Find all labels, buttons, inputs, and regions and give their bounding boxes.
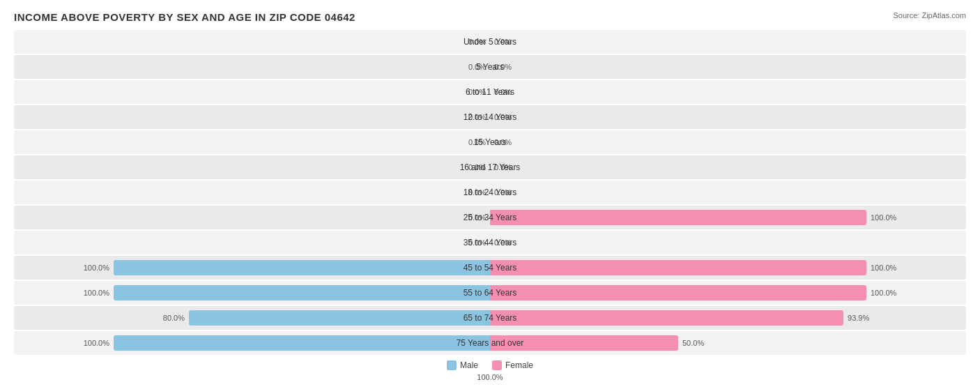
row-label: 35 to 44 Years bbox=[464, 238, 517, 247]
male-bar bbox=[189, 310, 490, 326]
row-label: Under 5 Years bbox=[464, 37, 516, 47]
male-value-label: 100.0% bbox=[84, 339, 111, 347]
male-half: 0.0% bbox=[114, 155, 490, 179]
female-half: 93.9% bbox=[490, 306, 866, 330]
female-bar bbox=[490, 310, 843, 326]
legend-female-box bbox=[492, 360, 502, 370]
chart-row: 100.0%75 Years and over50.0% bbox=[14, 331, 966, 355]
chart-row: 0.0%18 to 24 Years0.0% bbox=[14, 181, 966, 204]
legend-female: Female bbox=[492, 360, 533, 370]
female-half: 0.0% bbox=[490, 155, 866, 179]
male-bar bbox=[114, 335, 490, 351]
chart-row: 100.0%55 to 64 Years100.0% bbox=[14, 281, 966, 305]
female-half: 0.0% bbox=[490, 55, 866, 79]
female-half: 100.0% bbox=[490, 281, 866, 305]
row-label: 45 to 54 Years bbox=[464, 263, 517, 273]
chart-row: 80.0%65 to 74 Years93.9% bbox=[14, 306, 966, 330]
male-half: 0.0% bbox=[114, 55, 490, 79]
chart-title: INCOME ABOVE POVERTY BY SEX AND AGE IN Z… bbox=[14, 11, 355, 23]
male-value-label: 100.0% bbox=[84, 289, 111, 297]
chart-row: 0.0%5 Years0.0% bbox=[14, 55, 966, 79]
male-half: 0.0% bbox=[114, 231, 490, 254]
female-half: 100.0% bbox=[490, 206, 866, 229]
row-label: 65 to 74 Years bbox=[464, 313, 517, 323]
male-half: 100.0% bbox=[114, 331, 490, 355]
bottom-note: 100.0% bbox=[14, 373, 966, 381]
male-half: 0.0% bbox=[114, 206, 490, 229]
row-label: 75 Years and over bbox=[457, 338, 524, 348]
female-value-label: 93.9% bbox=[846, 314, 869, 322]
female-half: 50.0% bbox=[490, 331, 866, 355]
female-half: 0.0% bbox=[490, 80, 866, 104]
male-half: 0.0% bbox=[114, 80, 490, 104]
female-half: 0.0% bbox=[490, 231, 866, 254]
female-value-label: 100.0% bbox=[869, 289, 896, 297]
row-label: 15 Years bbox=[474, 137, 507, 147]
row-label: 16 and 17 Years bbox=[460, 162, 521, 172]
female-half: 0.0% bbox=[490, 30, 866, 54]
chart-row: 0.0%16 and 17 Years0.0% bbox=[14, 155, 966, 179]
female-half: 0.0% bbox=[490, 105, 866, 129]
female-half: 0.0% bbox=[490, 181, 866, 204]
female-value-label: 100.0% bbox=[869, 213, 896, 222]
male-half: 100.0% bbox=[114, 281, 490, 305]
row-label: 25 to 34 Years bbox=[464, 213, 517, 222]
male-half: 0.0% bbox=[114, 30, 490, 54]
legend-male: Male bbox=[447, 360, 478, 370]
row-label: 6 to 11 Years bbox=[466, 87, 514, 97]
chart-row: 0.0%Under 5 Years0.0% bbox=[14, 30, 966, 54]
male-half: 0.0% bbox=[114, 105, 490, 129]
female-half: 0.0% bbox=[490, 130, 866, 154]
chart-row: 0.0%12 to 14 Years0.0% bbox=[14, 105, 966, 129]
row-label: 55 to 64 Years bbox=[464, 288, 517, 298]
male-half: 100.0% bbox=[114, 256, 490, 280]
male-bar bbox=[114, 260, 490, 275]
chart-row: 0.0%25 to 34 Years100.0% bbox=[14, 206, 966, 229]
female-bar bbox=[490, 285, 866, 300]
female-value-label: 50.0% bbox=[681, 339, 704, 347]
legend-female-label: Female bbox=[505, 360, 533, 370]
row-label: 12 to 14 Years bbox=[464, 112, 517, 122]
row-label: 5 Years bbox=[476, 62, 504, 72]
male-half: 0.0% bbox=[114, 181, 490, 204]
male-half: 80.0% bbox=[114, 306, 490, 330]
male-half: 0.0% bbox=[114, 130, 490, 154]
female-bar bbox=[490, 260, 866, 275]
legend-male-box bbox=[447, 360, 457, 370]
chart-body: 0.0%Under 5 Years0.0%0.0%5 Years0.0%0.0%… bbox=[14, 30, 966, 355]
female-value-label: 100.0% bbox=[869, 264, 896, 272]
male-bar bbox=[114, 285, 490, 300]
legend-male-label: Male bbox=[460, 360, 478, 370]
chart-row: 0.0%35 to 44 Years0.0% bbox=[14, 231, 966, 254]
male-value-label: 80.0% bbox=[163, 314, 186, 322]
female-bar bbox=[490, 210, 866, 225]
chart-row: 0.0%15 Years0.0% bbox=[14, 130, 966, 154]
chart-row: 100.0%45 to 54 Years100.0% bbox=[14, 256, 966, 280]
page-wrapper: INCOME ABOVE POVERTY BY SEX AND AGE IN Z… bbox=[14, 11, 966, 381]
source-text: Source: ZipAtlas.com bbox=[893, 11, 966, 20]
female-half: 100.0% bbox=[490, 256, 866, 280]
male-value-label: 100.0% bbox=[84, 264, 111, 272]
legend: Male Female bbox=[14, 360, 966, 370]
chart-row: 0.0%6 to 11 Years0.0% bbox=[14, 80, 966, 104]
row-label: 18 to 24 Years bbox=[464, 188, 517, 197]
